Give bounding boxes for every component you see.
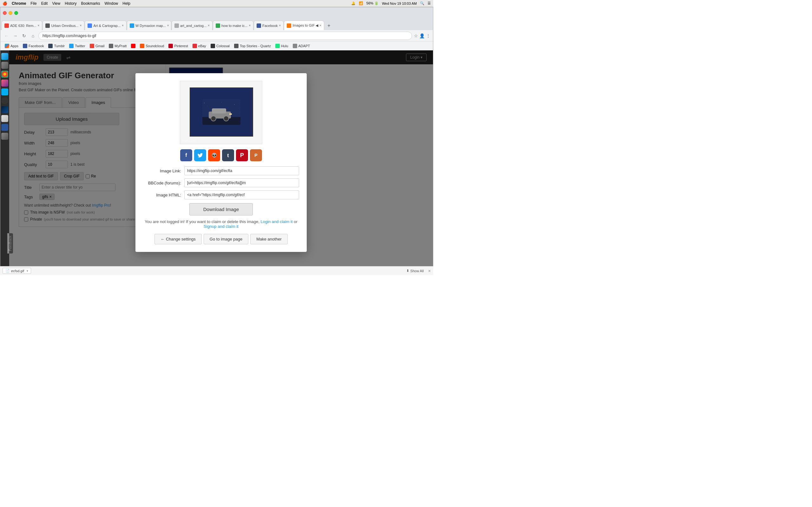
goto-image-button[interactable]: Go to image page <box>204 234 248 244</box>
home-button[interactable]: ⌂ <box>30 32 37 39</box>
tab-close-2[interactable]: × <box>80 24 82 27</box>
bookmark-soundcloud[interactable]: Soundcloud <box>138 43 166 49</box>
notification-icon[interactable]: 🔔 <box>351 1 356 5</box>
dock-finder[interactable] <box>1 53 8 60</box>
bookmark-hulu[interactable]: Hulu <box>273 43 290 49</box>
modal-actions: ← Change settings Go to image page Make … <box>143 234 299 244</box>
html-input[interactable] <box>184 190 299 199</box>
search-icon[interactable]: 🔍 <box>420 1 424 5</box>
menubar-view[interactable]: View <box>52 1 60 6</box>
show-all-label: Show All <box>410 269 424 273</box>
bookmark-favicon-facebook <box>23 44 27 48</box>
avatar-icon[interactable]: 👤 <box>419 33 425 38</box>
browser-tab-4[interactable]: W Dymaxion map... × <box>127 20 171 30</box>
tab-close-6[interactable]: × <box>249 24 251 27</box>
bookmark-youtube[interactable] <box>129 43 137 49</box>
dock-chrome[interactable] <box>1 71 8 78</box>
signup-claim-link[interactable]: Signup and claim it <box>204 224 239 229</box>
share-plurk-button[interactable]: P <box>250 149 262 161</box>
dock-photoshop[interactable] <box>1 106 8 113</box>
address-bar[interactable] <box>38 32 412 40</box>
browser-tab-7[interactable]: Facebook × <box>254 20 284 30</box>
new-tab-button[interactable]: + <box>324 21 334 30</box>
tab-close-1[interactable]: × <box>38 24 40 27</box>
login-claim-link[interactable]: Login and claim it <box>260 219 293 224</box>
close-window-button[interactable] <box>3 11 7 15</box>
share-pinterest-button[interactable]: P <box>236 149 248 161</box>
dock-files[interactable] <box>1 115 8 122</box>
bookmark-quartz[interactable]: Top Stories - Quartz <box>232 43 273 49</box>
image-link-row: Image Link: <box>143 166 299 175</box>
bbcode-input[interactable] <box>184 178 299 187</box>
menubar-right: 🔔 📶 56% 🔋 Wed Nov 19 10:03 AM 🔍 ☰ <box>351 1 431 5</box>
bookmark-facebook[interactable]: Facebook <box>21 43 46 49</box>
tab-favicon-7 <box>257 23 261 28</box>
bookmark-twitter[interactable]: Twitter <box>67 43 87 49</box>
dock-word[interactable] <box>1 124 8 131</box>
download-image-button[interactable]: Download Image <box>189 203 253 216</box>
bookmark-gmail[interactable]: Gmail <box>88 43 107 49</box>
menubar-window[interactable]: Window <box>105 1 118 6</box>
back-button[interactable]: ← <box>3 32 10 39</box>
dock-skype[interactable] <box>1 89 8 95</box>
download-file-item[interactable]: 📄 ecfsd.gif ▾ <box>3 268 31 274</box>
bookmark-adapt[interactable]: ADAPT <box>291 43 312 49</box>
bookmark-pinterest[interactable]: Pinterest <box>166 43 190 49</box>
tab-close-3[interactable]: × <box>122 24 124 27</box>
menubar-chrome[interactable]: Chrome <box>12 1 26 6</box>
forward-button[interactable]: → <box>12 32 19 39</box>
apple-menu[interactable]: 🍎 <box>3 1 7 6</box>
bookmark-star-icon[interactable]: ☆ <box>414 33 418 38</box>
share-facebook-button[interactable]: f <box>180 149 192 161</box>
show-all-button[interactable]: ⬇ Show All <box>406 269 424 273</box>
close-bottom-bar-button[interactable]: × <box>428 268 431 274</box>
maximize-window-button[interactable] <box>14 11 18 15</box>
menubar-edit[interactable]: Edit <box>41 1 48 6</box>
minimize-window-button[interactable] <box>9 11 12 15</box>
menubar-history[interactable]: History <box>65 1 77 6</box>
browser-tab-8[interactable]: Images to GIF ◀ × <box>284 20 324 30</box>
bookmark-mypratt[interactable]: MyPratt <box>107 43 129 49</box>
share-twitter-button[interactable] <box>194 149 206 161</box>
browser-tab-2[interactable]: Urban Omnibus... × <box>43 20 84 30</box>
tab-close-5[interactable]: × <box>208 24 210 27</box>
menubar-file[interactable]: File <box>31 1 37 6</box>
dock-settings[interactable] <box>1 133 8 140</box>
dock-avatar[interactable] <box>1 97 8 104</box>
share-reddit-button[interactable]: 👽 <box>208 149 220 161</box>
browser-tab-5[interactable]: art_and_cartog... × <box>171 20 212 30</box>
html-row: Image HTML: <box>143 190 299 199</box>
bookmark-ebay[interactable]: eBay <box>191 43 208 49</box>
social-share-row: f 👽 t P P <box>143 149 299 161</box>
bookmark-tumblr[interactable]: Tumblr <box>46 43 67 49</box>
change-settings-button[interactable]: ← Change settings <box>154 234 202 244</box>
tab-close-4[interactable]: × <box>167 24 169 27</box>
bookmark-colossal[interactable]: Colossal <box>209 43 232 49</box>
bookmark-apps[interactable]: Apps <box>3 43 20 49</box>
bookmark-favicon-hulu <box>275 44 280 48</box>
tab-favicon-6 <box>216 23 220 28</box>
bottom-download-bar: 📄 ecfsd.gif ▾ ⬇ Show All × <box>0 266 433 275</box>
dock-launchpad[interactable] <box>1 62 8 69</box>
bookmark-label-colossal: Colossal <box>216 44 230 48</box>
bookmark-label-facebook: Facebook <box>29 44 44 48</box>
tab-close-8[interactable]: × <box>319 24 321 27</box>
download-chevron-icon[interactable]: ▾ <box>27 269 28 273</box>
browser-tab-6[interactable]: how to make ic... × <box>213 20 253 30</box>
menubar-help[interactable]: Help <box>122 1 131 6</box>
image-link-input[interactable] <box>184 166 299 175</box>
tab-close-7[interactable]: × <box>279 24 281 27</box>
menu-dots-icon[interactable]: ⋮ <box>426 33 430 38</box>
modal-overlay: imgflip.com f 👽 t P P <box>9 50 433 275</box>
dock-music[interactable] <box>1 79 8 87</box>
tab-favicon-3 <box>88 23 92 28</box>
share-tumblr-button[interactable]: t <box>222 149 234 161</box>
menubar-bookmarks[interactable]: Bookmarks <box>81 1 100 6</box>
reload-button[interactable]: ↻ <box>20 32 28 39</box>
bookmark-favicon-tumblr <box>48 44 53 48</box>
menu-icon[interactable]: ☰ <box>427 1 431 5</box>
make-another-button[interactable]: Make another <box>250 234 288 244</box>
browser-tab-3[interactable]: Art & Cartograp... × <box>85 20 126 30</box>
browser-tab-1[interactable]: ADE 630: Rem... × <box>2 20 42 30</box>
bookmark-label-twitter: Twitter <box>75 44 85 48</box>
